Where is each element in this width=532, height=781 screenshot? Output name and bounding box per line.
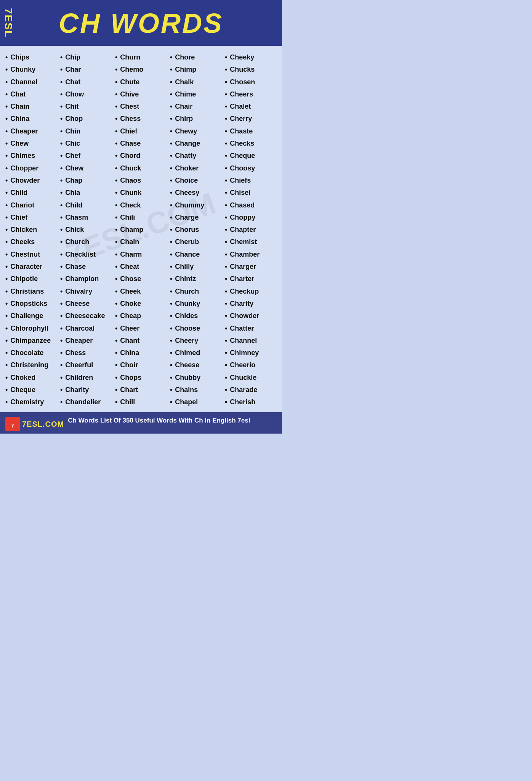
word-text: Chocolate [10, 348, 43, 357]
list-item: •Chance [170, 248, 222, 260]
list-item: •Churn [115, 51, 167, 63]
bullet-icon: • [115, 373, 117, 382]
bullet-icon: • [60, 373, 62, 382]
word-text: Chia [65, 188, 80, 197]
list-item: •Chops [115, 371, 167, 384]
list-item: •Chuckle [225, 371, 277, 384]
list-item: •Chat [5, 88, 57, 100]
word-text: Choppy [230, 213, 255, 222]
footer-bar: 7 7ESL.COM Ch Words List Of 350 Useful W… [0, 412, 282, 434]
list-item: •Charcoal [60, 322, 112, 334]
bullet-icon: • [225, 65, 227, 74]
word-text: Chart [120, 385, 138, 394]
footer-logo: 7 7ESL.COM [5, 417, 64, 431]
word-text: Cherub [175, 237, 199, 246]
bullet-icon: • [115, 201, 117, 210]
list-item: •Chase [60, 260, 112, 273]
bullet-icon: • [225, 139, 227, 148]
word-text: Cheque [10, 385, 35, 394]
bullet-icon: • [225, 262, 227, 271]
list-item: •Church [170, 285, 222, 297]
bullet-icon: • [170, 213, 172, 222]
word-text: Cheery [175, 336, 198, 345]
bullet-icon: • [60, 262, 62, 271]
bullet-icon: • [115, 90, 117, 99]
bullet-icon: • [170, 360, 172, 370]
word-text: Chimney [230, 348, 259, 357]
bullet-icon: • [115, 77, 117, 87]
list-item: •Chat [60, 76, 112, 88]
bullet-icon: • [115, 360, 117, 370]
word-text: Chiefs [230, 176, 251, 185]
word-text: Chaos [120, 176, 141, 185]
word-text: Chalk [175, 77, 194, 87]
word-text: Chicken [10, 225, 37, 234]
list-item: •Chowder [225, 310, 277, 322]
word-text: Charter [230, 274, 254, 283]
list-item: •Chucks [225, 63, 277, 76]
list-item: •Char [60, 63, 112, 76]
list-item: •Chilly [170, 260, 222, 273]
word-text: Chunk [120, 188, 141, 197]
word-text: Cheese [175, 360, 199, 370]
word-text: Chopsticks [10, 299, 47, 308]
list-item: •Chalk [170, 76, 222, 88]
list-item: •Chew [60, 162, 112, 174]
bullet-icon: • [5, 53, 8, 62]
word-text: Chemo [120, 65, 143, 74]
list-item: •Chain [115, 236, 167, 248]
word-text: Cheap [120, 311, 141, 320]
word-text: Chimed [175, 348, 200, 357]
bullet-icon: • [225, 151, 227, 160]
bullet-icon: • [170, 90, 172, 99]
word-text: Chapter [230, 225, 256, 234]
list-item: •Chaos [115, 174, 167, 186]
list-item: •Chow [60, 88, 112, 100]
list-item: •Cherish [225, 396, 277, 408]
bullet-icon: • [170, 311, 172, 320]
word-text: Character [10, 262, 42, 271]
word-text: Christening [10, 360, 48, 370]
bullet-icon: • [115, 348, 117, 357]
list-item: •Chop [60, 112, 112, 125]
bullet-icon: • [170, 237, 172, 246]
bullet-icon: • [60, 201, 62, 210]
list-item: •Chisel [225, 186, 277, 199]
list-item: •Chatter [225, 322, 277, 334]
bullet-icon: • [60, 225, 62, 234]
word-text: Cherish [230, 397, 255, 407]
list-item: •Christening [5, 359, 57, 371]
bullet-icon: • [170, 336, 172, 345]
column-5: •Cheeky•Chucks•Chosen•Cheers•Chalet•Cher… [223, 51, 278, 408]
word-text: China [10, 114, 29, 123]
word-text: Cheerio [230, 360, 255, 370]
bullet-icon: • [5, 77, 8, 87]
word-text: Cheesy [175, 188, 199, 197]
word-text: Chamber [230, 250, 260, 259]
bullet-icon: • [60, 127, 62, 136]
list-item: •Chips [5, 51, 57, 63]
word-text: Cheek [120, 287, 141, 296]
bullet-icon: • [225, 102, 227, 111]
word-text: Choir [120, 360, 138, 370]
bullet-icon: • [225, 53, 227, 62]
bullet-icon: • [170, 287, 172, 296]
bullet-icon: • [5, 262, 8, 271]
word-text: Chap [65, 176, 82, 185]
list-item: •Chicken [5, 223, 57, 236]
word-text: Chatty [175, 151, 196, 160]
list-item: •Choker [170, 162, 222, 174]
list-item: •Chemist [225, 236, 277, 248]
list-item: •Change [170, 137, 222, 149]
list-item: •Charter [225, 273, 277, 285]
list-item: •Channel [225, 334, 277, 347]
bullet-icon: • [225, 397, 227, 407]
bullet-icon: • [60, 77, 62, 87]
list-item: •Chopsticks [5, 297, 57, 310]
list-item: •Character [5, 260, 57, 273]
word-text: Chive [120, 90, 139, 99]
list-item: •Chunky [5, 63, 57, 76]
word-text: Chirp [175, 114, 193, 123]
bullet-icon: • [170, 201, 172, 210]
list-item: •Cheaper [60, 334, 112, 347]
